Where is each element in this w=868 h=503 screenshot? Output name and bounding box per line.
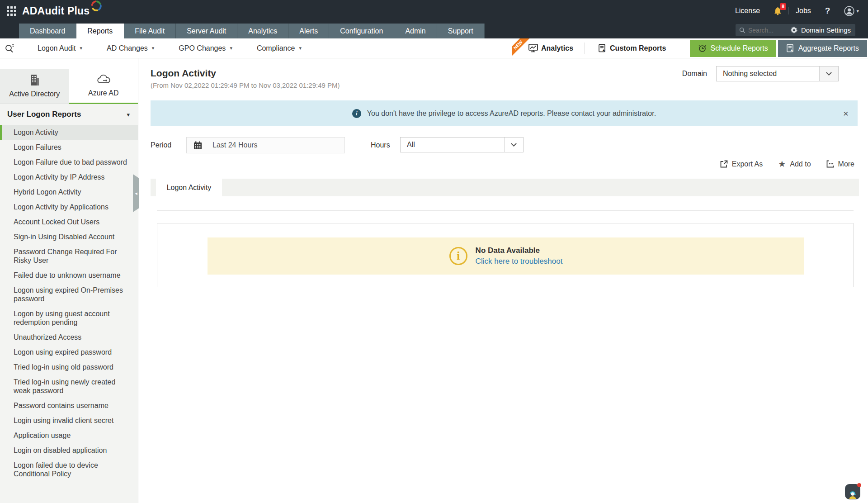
- tab-active-directory[interactable]: Active Directory: [0, 69, 69, 104]
- export-as-button[interactable]: Export As: [720, 160, 763, 168]
- sidebar-section-header[interactable]: User Logon Reports ▾: [0, 104, 138, 125]
- report-list-item[interactable]: Logon using expired password: [0, 345, 138, 360]
- add-to-button[interactable]: ★ Add to: [778, 160, 811, 168]
- divider: [818, 7, 818, 14]
- report-list-item[interactable]: Login using invalid client secret: [0, 413, 138, 428]
- nav-tab[interactable]: Dashboard: [19, 24, 76, 38]
- report-list-item[interactable]: Failed due to unknown username: [0, 268, 138, 283]
- more-button[interactable]: More: [826, 160, 854, 168]
- report-list-item[interactable]: Application usage: [0, 428, 138, 443]
- nav-tab[interactable]: Admin: [394, 24, 437, 38]
- report-list-item[interactable]: Logon Activity by IP Address: [0, 170, 138, 185]
- report-menu-item[interactable]: AD Changes▾: [94, 44, 166, 52]
- custom-reports-label: Custom Reports: [610, 44, 666, 52]
- collapse-left-icon: ◂: [135, 190, 137, 196]
- app-logo-text: ADAudit Plus: [22, 5, 90, 17]
- app-grid-icon[interactable]: [7, 6, 16, 16]
- reports-sub-nav: Logon Audit▾ AD Changes▾ GPO Changes▾ Co…: [0, 38, 868, 58]
- export-as-label: Export As: [732, 160, 763, 168]
- report-list-item[interactable]: Logon failed due to device Conditional P…: [0, 458, 138, 481]
- close-icon[interactable]: ×: [843, 108, 849, 119]
- report-menu-item[interactable]: Compliance▾: [245, 44, 314, 52]
- export-icon: [720, 160, 728, 168]
- report-tab-strip: Logon Activity: [151, 179, 859, 196]
- divider: [788, 7, 789, 14]
- sidebar-collapse-handle[interactable]: ◂: [133, 174, 139, 212]
- chevron-down-icon[interactable]: [819, 66, 838, 81]
- report-list-item[interactable]: Login on disabled application: [0, 443, 138, 458]
- tab-azure-ad[interactable]: Azure AD: [69, 69, 138, 104]
- analytics-link[interactable]: NEW Analytics: [512, 38, 584, 58]
- nav-tab[interactable]: Server Audit: [176, 24, 237, 38]
- report-list-item[interactable]: Account Locked Out Users: [0, 214, 138, 229]
- license-link[interactable]: License: [735, 7, 760, 15]
- report-list-item[interactable]: Logon Failures: [0, 140, 138, 155]
- more-options-icon: [826, 160, 834, 168]
- domain-dropdown[interactable]: Nothing selected: [716, 66, 839, 81]
- domain-settings-button[interactable]: Domain Settings: [786, 24, 855, 36]
- report-menu-item[interactable]: GPO Changes▾: [166, 44, 245, 52]
- report-list-item[interactable]: Logon Activity: [0, 125, 138, 140]
- report-list-item[interactable]: Password contains username: [0, 398, 138, 413]
- nav-tab[interactable]: Alerts: [288, 24, 329, 38]
- domain-dropdown-value: Nothing selected: [717, 66, 819, 81]
- report-list-item[interactable]: Logon using expired On-Premises password: [0, 283, 138, 306]
- nav-tab[interactable]: Support: [437, 24, 485, 38]
- nav-tab[interactable]: Configuration: [329, 24, 394, 38]
- report-list-item[interactable]: Sign-in Using Disabled Account: [0, 229, 138, 244]
- more-label: More: [838, 160, 854, 168]
- tab-logon-activity[interactable]: Logon Activity: [156, 179, 222, 196]
- calendar-icon: [193, 141, 202, 150]
- cloud-icon: [96, 74, 111, 85]
- schedule-reports-button[interactable]: Schedule Reports: [690, 40, 776, 57]
- hours-dropdown[interactable]: All: [400, 137, 524, 152]
- domain-settings-label: Domain Settings: [801, 26, 851, 34]
- no-data-text: No Data Available Click here to troubles…: [476, 246, 563, 266]
- period-value: Last 24 Hours: [212, 141, 258, 149]
- jobs-link[interactable]: Jobs: [796, 7, 811, 15]
- report-list-item[interactable]: Hybrid Logon Activity: [0, 185, 138, 199]
- report-search-icon[interactable]: [5, 43, 14, 53]
- gear-icon: [791, 27, 798, 34]
- report-menu-item[interactable]: Logon Audit▾: [25, 44, 94, 52]
- no-data-panel: i No Data Available Click here to troubl…: [208, 237, 804, 275]
- global-search-box[interactable]: [736, 24, 792, 36]
- caret-down-icon: ▾: [127, 111, 130, 118]
- user-menu[interactable]: ▾: [844, 6, 859, 16]
- main-nav-tabs: Dashboard Reports File Audit Server Audi…: [19, 24, 485, 38]
- schedule-reports-label: Schedule Reports: [711, 44, 768, 52]
- app-logo[interactable]: ADAudit Plus: [22, 5, 103, 17]
- aggregate-report-icon: ★: [786, 44, 794, 52]
- help-link[interactable]: ?: [825, 6, 830, 16]
- caret-down-icon: ▾: [856, 8, 859, 14]
- notifications-bell[interactable]: 8: [774, 7, 782, 15]
- report-list-item[interactable]: Tried log-in using newly created weak pa…: [0, 375, 138, 398]
- chevron-down-icon[interactable]: [504, 138, 523, 152]
- custom-reports-link[interactable]: ★ Custom Reports: [585, 38, 679, 58]
- report-list-item[interactable]: Unauthorized Access: [0, 330, 138, 345]
- tab-label: Azure AD: [88, 89, 119, 97]
- sidebar-top-spacer: [0, 58, 138, 69]
- nav-tab[interactable]: Analytics: [237, 24, 288, 38]
- troubleshoot-link[interactable]: Click here to troubleshoot: [476, 257, 563, 266]
- svg-text:★: ★: [602, 48, 605, 52]
- alarm-clock-icon: [698, 44, 707, 52]
- report-list-item[interactable]: Password Change Required For Risky User: [0, 244, 138, 268]
- search-input[interactable]: [748, 27, 784, 34]
- report-list-item[interactable]: Logon by using guest account redemption …: [0, 306, 138, 330]
- period-picker[interactable]: Last 24 Hours: [186, 137, 345, 153]
- section-title: User Logon Reports: [7, 110, 81, 119]
- aggregate-reports-button[interactable]: ★ Aggregate Reports: [778, 40, 867, 57]
- report-list-item[interactable]: Tried log-in using old password: [0, 360, 138, 375]
- divider: [837, 7, 837, 14]
- nav-tab[interactable]: File Audit: [124, 24, 176, 38]
- nav-tab[interactable]: Reports: [76, 24, 124, 38]
- svg-text:★: ★: [790, 48, 793, 52]
- privilege-info-banner: i You don't have the privilege to access…: [151, 100, 858, 126]
- report-list-item[interactable]: Logon Activity by Applications: [0, 199, 138, 214]
- support-chat-widget[interactable]: [845, 484, 860, 499]
- report-list-item[interactable]: Logon Failure due to bad password: [0, 155, 138, 170]
- caret-down-icon: ▾: [80, 45, 83, 51]
- building-icon: [28, 74, 41, 86]
- directory-tabs: Active Directory Azure AD: [0, 69, 138, 104]
